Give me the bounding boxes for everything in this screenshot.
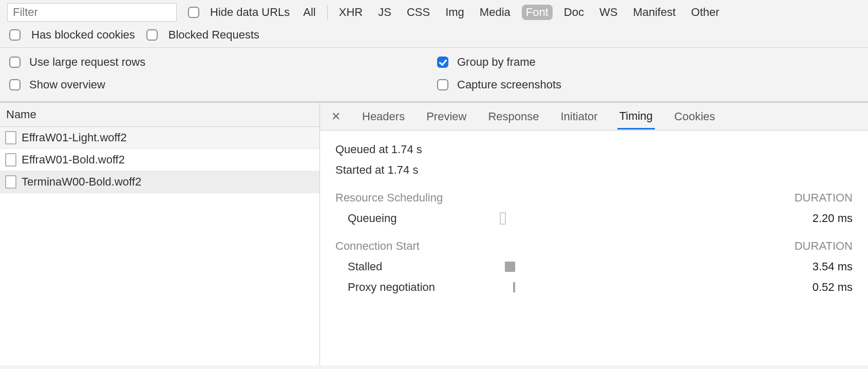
group-by-frame-checkbox[interactable] <box>437 57 448 68</box>
timing-bar-proxy <box>513 282 515 292</box>
request-name: EffraW01-Light.woff2 <box>22 131 127 144</box>
request-row[interactable]: EffraW01-Light.woff2 <box>0 127 319 149</box>
type-filter-font[interactable]: Font <box>522 5 553 20</box>
timing-panel: Queued at 1.74 s Started at 1.74 s Resou… <box>320 131 868 306</box>
metric-value: 3.54 ms <box>781 260 853 273</box>
metric-bar-area <box>500 281 781 293</box>
file-icon <box>5 175 16 189</box>
show-overview-label: Show overview <box>29 78 105 91</box>
request-list: EffraW01-Light.woff2 EffraW01-Bold.woff2… <box>0 127 319 365</box>
timing-bar-queueing <box>500 212 506 225</box>
large-rows-label: Use large request rows <box>29 56 145 69</box>
type-filter-img[interactable]: Img <box>441 5 468 20</box>
metric-row-stalled: Stalled 3.54 ms <box>335 260 853 273</box>
metric-label: Stalled <box>335 260 500 273</box>
type-filter-bar: All XHR JS CSS Img Media Font Doc WS Man… <box>299 5 723 20</box>
tab-response[interactable]: Response <box>486 104 541 130</box>
file-icon <box>5 131 16 144</box>
metric-value: 2.20 ms <box>781 212 853 225</box>
type-filter-xhr[interactable]: XHR <box>335 5 367 20</box>
type-filter-doc[interactable]: Doc <box>560 5 588 20</box>
section-title-connection-start: Connection Start <box>335 239 420 253</box>
metric-row-queueing: Queueing 2.20 ms <box>335 212 853 225</box>
group-by-frame-label: Group by frame <box>457 56 536 69</box>
started-at: Started at 1.74 s <box>335 163 853 177</box>
duration-header: DURATION <box>795 239 853 253</box>
capture-screenshots-checkbox[interactable] <box>437 79 448 90</box>
hide-data-urls-label: Hide data URLs <box>210 6 290 19</box>
request-name: EffraW01-Bold.woff2 <box>22 153 125 167</box>
request-name: TerminaW00-Bold.woff2 <box>22 175 141 189</box>
detail-tabstrip: ✕ Headers Preview Response Initiator Tim… <box>320 103 868 131</box>
blocked-cookies-label: Has blocked cookies <box>31 28 135 42</box>
metric-bar-area <box>500 212 781 225</box>
type-filter-media[interactable]: Media <box>476 5 515 20</box>
type-filter-other[interactable]: Other <box>687 5 724 20</box>
timing-bar-stalled <box>505 262 515 272</box>
network-toolbar: Hide data URLs All XHR JS CSS Img Media … <box>0 0 868 102</box>
section-title-resource-scheduling: Resource Scheduling <box>335 191 443 205</box>
type-filter-divider <box>327 5 328 20</box>
capture-screenshots-label: Capture screenshots <box>457 78 561 91</box>
show-overview-checkbox[interactable] <box>9 79 21 90</box>
large-rows-checkbox[interactable] <box>9 57 21 68</box>
blocked-requests-label: Blocked Requests <box>168 28 259 42</box>
tab-headers[interactable]: Headers <box>360 104 407 130</box>
tab-cookies[interactable]: Cookies <box>672 104 717 130</box>
toolbar-row-options: Use large request rows Group by frame Sh… <box>0 48 868 101</box>
tab-timing[interactable]: Timing <box>617 103 655 130</box>
toolbar-row-blocked: Has blocked cookies Blocked Requests <box>0 25 868 47</box>
metric-row-proxy: Proxy negotiation 0.52 ms <box>335 281 853 294</box>
main-split: Name EffraW01-Light.woff2 EffraW01-Bold.… <box>0 102 868 365</box>
type-filter-ws[interactable]: WS <box>595 5 621 20</box>
type-filter-all[interactable]: All <box>299 5 319 20</box>
tab-initiator[interactable]: Initiator <box>558 104 599 130</box>
metric-label: Proxy negotiation <box>335 281 500 294</box>
metric-bar-area <box>500 261 781 273</box>
blocked-cookies-checkbox[interactable] <box>9 29 21 41</box>
blocked-requests-checkbox[interactable] <box>146 29 158 41</box>
file-icon <box>5 153 16 167</box>
metric-value: 0.52 ms <box>781 281 853 294</box>
type-filter-manifest[interactable]: Manifest <box>629 5 680 20</box>
close-icon[interactable]: ✕ <box>329 110 343 123</box>
toolbar-row-filters: Hide data URLs All XHR JS CSS Img Media … <box>0 0 868 25</box>
request-row[interactable]: TerminaW00-Bold.woff2 <box>0 171 319 193</box>
tab-preview[interactable]: Preview <box>424 104 468 130</box>
request-list-header-name[interactable]: Name <box>0 103 319 127</box>
type-filter-js[interactable]: JS <box>374 5 395 20</box>
hide-data-urls-checkbox[interactable] <box>188 7 199 18</box>
type-filter-css[interactable]: CSS <box>403 5 434 20</box>
request-row[interactable]: EffraW01-Bold.woff2 <box>0 149 319 171</box>
request-detail-pane: ✕ Headers Preview Response Initiator Tim… <box>320 103 868 365</box>
metric-label: Queueing <box>335 212 500 225</box>
filter-input[interactable] <box>7 3 177 22</box>
queued-at: Queued at 1.74 s <box>335 143 853 156</box>
request-list-pane: Name EffraW01-Light.woff2 EffraW01-Bold.… <box>0 103 320 365</box>
duration-header: DURATION <box>795 191 853 205</box>
